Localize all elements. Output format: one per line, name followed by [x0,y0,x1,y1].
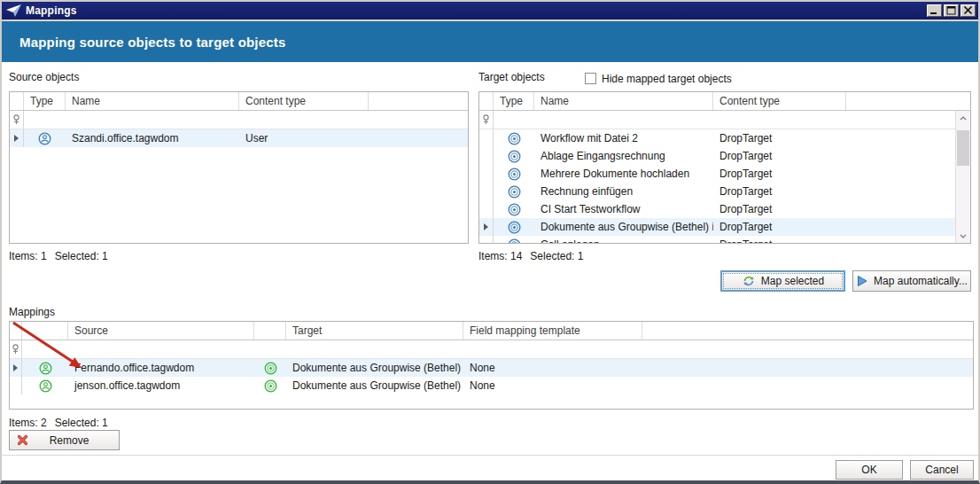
target-row-content-type: DropTarget [713,218,846,236]
target-icon [508,221,521,234]
source-objects-grid[interactable]: Type Name Content type [9,91,469,244]
footer-separator [2,455,978,456]
minimize-button[interactable] [927,4,942,17]
table-row-selected[interactable]: Dokumente aus Groupwise (Bethel) in... D… [479,218,970,236]
target-row-content-type: DropTarget [713,165,846,183]
column-header-field-mapping-template[interactable]: Field mapping template [463,322,642,340]
row-indicator-cell [10,129,24,147]
page-title: Mapping source objects to target objects [19,35,286,50]
header-indicator-cell [10,92,24,110]
table-row[interactable]: Mehrere Dokumente hochladen DropTarget [479,165,970,183]
hide-mapped-checkbox[interactable] [585,73,596,84]
source-selected-count: Selected: 1 [55,250,108,262]
target-objects-grid[interactable]: Type Name Content type Workflow mi [478,91,971,244]
vertical-scrollbar[interactable] [955,111,970,243]
mappings-grid[interactable]: Source Target Field mapping template [9,321,974,410]
column-header-filler [846,92,970,110]
source-grid-header: Type Name Content type [10,92,468,111]
user-icon [39,362,52,375]
target-row-name: Mehrere Dokumente hochladen [534,165,713,183]
target-row-name: Dokumente aus Groupwise (Bethel) in... [534,218,713,236]
table-row[interactable]: Rechnung einfügen DropTarget [479,183,970,200]
scrollbar-thumb[interactable] [957,130,969,166]
window-logo-icon [6,4,22,18]
target-row-name: Workflow mit Datei 2 [534,129,713,147]
map-selected-button[interactable]: Map selected [720,270,845,292]
column-header-type[interactable]: Type [494,92,534,110]
mappings-dialog: Mappings Mapping source objects to targe… [0,0,980,484]
mappings-grid-header: Source Target Field mapping template [10,322,973,340]
hide-mapped-checkbox-label[interactable]: Hide mapped target objects [602,73,732,85]
target-icon [264,379,277,393]
mappings-filter-row[interactable] [10,340,973,359]
table-row[interactable]: Workflow mit Datei 2 DropTarget [479,129,970,147]
target-row-content-type: DropTarget [713,183,846,200]
cancel-button-label: Cancel [925,464,958,476]
target-row-content-type: DropTarget [713,147,846,165]
pin-icon [12,114,20,125]
scroll-down-button[interactable] [956,229,970,243]
mappings-items-status: Items: 2 Selected: 1 [9,417,108,429]
window-title: Mappings [26,4,925,17]
mapping-target: Dokumente aus Groupwise (Bethel) in... [286,359,463,377]
remove-button-label: Remove [34,434,105,447]
column-header-filler [369,92,468,110]
source-row-name: Szandi.office.tagwdom [66,129,239,147]
mappings-items-count: Items: 2 [9,417,47,429]
table-row[interactable]: Szandi.office.tagwdom User [10,129,468,147]
column-header-source[interactable]: Source [68,322,254,340]
map-automatically-label: Map automatically... [874,275,968,287]
triangle-right-icon [14,135,19,142]
user-icon [39,379,52,393]
remove-button[interactable]: Remove [9,430,120,450]
column-header-target[interactable]: Target [286,322,463,340]
source-filter-row[interactable] [10,111,468,129]
table-row[interactable]: Ablage Eingangsrechnung DropTarget [479,147,970,165]
ok-button[interactable]: OK [836,460,903,480]
target-row-content-type: DropTarget [713,200,846,218]
close-button[interactable] [961,4,976,17]
target-row-name: Call anlegen [534,236,713,244]
play-triangle-icon [856,275,868,287]
target-objects-label: Target objects [478,71,545,83]
pin-icon [482,114,490,125]
map-automatically-button[interactable]: Map automatically... [852,270,971,292]
column-header-name[interactable]: Name [66,92,239,110]
target-items-status: Items: 14 Selected: 1 [478,250,583,262]
table-row[interactable]: jenson.office.tagwdom Dokumente aus Grou… [10,377,973,394]
chevron-up-icon [960,116,967,121]
source-items-count: Items: 1 [9,250,47,262]
column-header-content-type[interactable]: Content type [239,92,369,110]
column-header-type[interactable]: Type [24,92,66,110]
table-row[interactable]: CI Start Testworkflow DropTarget [479,200,970,218]
map-selected-label: Map selected [761,275,824,287]
chevron-down-icon [960,234,967,238]
target-row-name: CI Start Testworkflow [534,200,713,218]
target-selected-count: Selected: 1 [530,250,583,262]
target-icon [264,362,277,375]
user-icon [38,132,51,145]
target-icon [508,203,521,216]
cancel-button[interactable]: Cancel [910,460,974,480]
source-row-content-type: User [239,129,369,147]
red-x-icon [17,434,28,446]
table-row[interactable]: Call anlegen DropTarget [479,236,970,244]
main-area: Source objects Type Name Content type [2,62,978,480]
column-header-name[interactable]: Name [534,92,713,110]
sync-arrows-icon [742,274,756,288]
pin-icon [12,344,19,355]
column-header-content-type[interactable]: Content type [713,92,846,110]
filter-row-cell [10,111,24,129]
target-grid-header: Type Name Content type [479,92,970,111]
source-items-status: Items: 1 Selected: 1 [9,250,108,262]
table-row-selected[interactable]: Fernando.office.tagwdom Dokumente aus Gr… [10,359,973,377]
minimize-icon [929,6,939,15]
maximize-button[interactable] [944,4,959,17]
mappings-label: Mappings [9,306,55,318]
target-filter-row[interactable] [479,111,970,129]
target-items-count: Items: 14 [478,250,522,262]
column-header-filler [642,322,973,340]
scroll-up-button[interactable] [956,111,970,125]
triangle-right-icon [13,364,18,371]
banner: Mapping source objects to target objects [2,21,978,62]
